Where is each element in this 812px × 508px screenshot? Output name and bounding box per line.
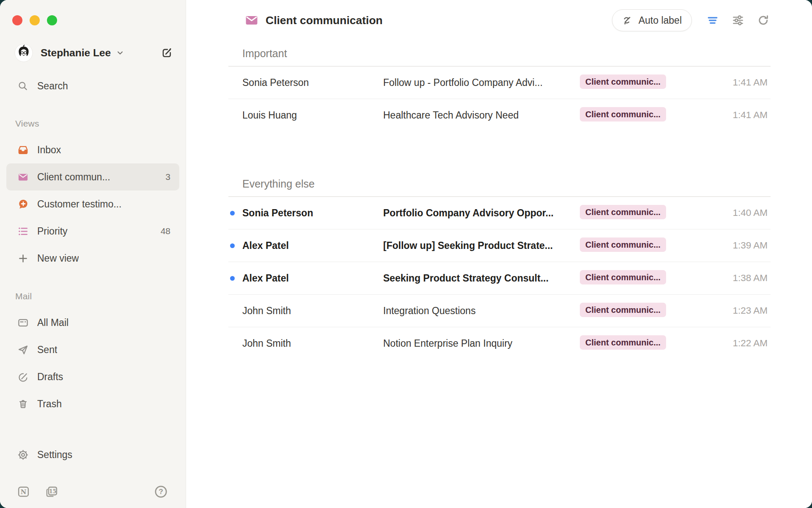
email-time: 1:22 AM	[682, 338, 771, 349]
close-button[interactable]	[12, 15, 22, 25]
auto-label-button[interactable]: Auto label	[612, 9, 692, 31]
email-time: 1:39 AM	[682, 240, 771, 251]
sidebar-item-label: Customer testimo...	[37, 199, 121, 210]
email-subject: [Follow up] Seeking Product Strate...	[383, 240, 580, 251]
allmail-icon	[17, 317, 29, 329]
email-sender: John Smith	[242, 305, 383, 317]
email-row[interactable]: Alex Patel Seeking Product Strategy Cons…	[228, 262, 771, 295]
email-sender: Louis Huang	[242, 110, 383, 121]
sidebar-item-trash[interactable]: Trash	[0, 390, 186, 417]
sidebar-footer: N 15 ?	[17, 483, 168, 500]
svg-text:?: ?	[159, 487, 163, 496]
email-sender: Alex Patel	[242, 273, 383, 284]
section-header: Everything else	[228, 171, 771, 197]
plus-icon	[17, 252, 29, 264]
section-title: Important	[242, 47, 287, 60]
filter-icon	[706, 14, 719, 27]
help-icon[interactable]: ?	[154, 485, 168, 499]
email-subject: Follow up - Portfolio Company Advi...	[383, 77, 580, 88]
views-section-header: Views	[0, 118, 186, 130]
sidebar-item-client-communication[interactable]: Client commun... 3	[6, 163, 179, 190]
email-sender: John Smith	[242, 338, 383, 349]
email-label-badge: Client communic...	[580, 75, 666, 89]
sidebar-item-priority[interactable]: Priority 48	[0, 218, 186, 245]
avatar	[14, 44, 33, 62]
email-label-badge: Client communic...	[580, 237, 666, 252]
mail-icon	[17, 171, 29, 183]
email-time: 1:38 AM	[682, 273, 771, 284]
sidebar-item-inbox[interactable]: Inbox	[0, 136, 186, 163]
sliders-icon	[732, 14, 744, 27]
email-subject: Healthcare Tech Advisory Need	[383, 110, 580, 121]
search-button[interactable]: Search	[0, 75, 186, 97]
sidebar-item-label: Trash	[37, 398, 62, 410]
email-label-badge: Client communic...	[580, 205, 666, 219]
list-icon	[17, 225, 29, 237]
email-row[interactable]: Sonia Peterson Portfolio Company Advisor…	[228, 197, 771, 229]
chevron-down-icon	[116, 49, 124, 57]
email-time: 1:41 AM	[682, 110, 771, 121]
sidebar-item-label: Drafts	[37, 371, 63, 383]
sidebar-item-label: Priority	[37, 226, 68, 237]
sidebar-item-all-mail[interactable]: All Mail	[0, 309, 186, 336]
mail-list: All Mail Sent Drafts Trash	[0, 309, 186, 417]
search-label: Search	[37, 80, 68, 92]
section-title: Everything else	[242, 178, 315, 190]
account-switcher[interactable]: Stephanie Lee	[14, 42, 173, 64]
email-label-badge: Client communic...	[580, 303, 666, 317]
send-icon	[17, 344, 29, 356]
sidebar-item-sent[interactable]: Sent	[0, 336, 186, 363]
email-row[interactable]: John Smith Notion Enterprise Plan Inquir…	[228, 327, 771, 359]
email-section: Everything else Sonia Peterson Portfolio…	[228, 171, 771, 359]
email-row[interactable]: Sonia Peterson Follow up - Portfolio Com…	[228, 66, 771, 99]
calendar-icon[interactable]: 15	[45, 485, 58, 498]
display-settings-button[interactable]	[728, 11, 748, 30]
sidebar-item-customer-testimonials[interactable]: Customer testimo...	[0, 190, 186, 218]
refresh-button[interactable]	[754, 11, 773, 30]
compose-button[interactable]	[160, 47, 173, 59]
minimize-button[interactable]	[30, 15, 40, 25]
unread-dot	[230, 276, 235, 281]
sidebar-item-settings[interactable]: Settings	[0, 441, 186, 468]
sidebar-item-label: Client commun...	[37, 171, 110, 183]
gear-icon	[17, 449, 29, 461]
mail-label-icon	[244, 13, 259, 28]
section-header: Important	[228, 41, 771, 66]
email-time: 1:23 AM	[682, 305, 771, 316]
window-controls	[12, 15, 57, 25]
unread-dot	[230, 243, 235, 248]
sidebar-item-new-view[interactable]: New view	[0, 245, 186, 272]
email-subject: Seeking Product Strategy Consult...	[383, 273, 580, 284]
svg-text:N: N	[21, 488, 27, 496]
sidebar-item-drafts[interactable]: Drafts	[0, 363, 186, 390]
trash-icon	[17, 398, 29, 410]
zoom-button[interactable]	[47, 15, 57, 25]
email-row[interactable]: Alex Patel [Follow up] Seeking Product S…	[228, 229, 771, 262]
email-label-badge: Client communic...	[580, 335, 666, 350]
mail-section-header: Mail	[0, 290, 186, 302]
auto-label-icon	[622, 14, 634, 26]
email-sender: Sonia Peterson	[242, 77, 383, 88]
auto-label-text: Auto label	[639, 15, 682, 26]
chat-plus-icon	[17, 198, 29, 210]
email-subject: Notion Enterprise Plan Inquiry	[383, 338, 580, 349]
sidebar-item-count: 48	[161, 226, 170, 236]
sidebar-item-label: New view	[37, 253, 79, 264]
sidebar-item-label: Sent	[37, 344, 57, 356]
email-row[interactable]: John Smith Integration Questions Client …	[228, 295, 771, 327]
search-icon	[17, 80, 29, 92]
email-row[interactable]: Louis Huang Healthcare Tech Advisory Nee…	[228, 99, 771, 131]
sidebar-item-count: 3	[165, 172, 170, 182]
email-sender: Sonia Peterson	[242, 207, 383, 219]
main-content: Client communication Auto label	[186, 0, 812, 508]
page-title: Client communication	[266, 14, 383, 27]
filter-button[interactable]	[703, 11, 722, 30]
email-label-badge: Client communic...	[580, 107, 666, 121]
email-section: Important Sonia Peterson Follow up - Por…	[228, 41, 771, 131]
drafts-icon	[17, 371, 29, 383]
view-header: Client communication Auto label	[186, 0, 812, 41]
email-sender: Alex Patel	[242, 240, 383, 251]
settings-label: Settings	[37, 449, 72, 461]
notion-logo-icon[interactable]: N	[17, 485, 30, 498]
refresh-icon	[757, 14, 770, 27]
